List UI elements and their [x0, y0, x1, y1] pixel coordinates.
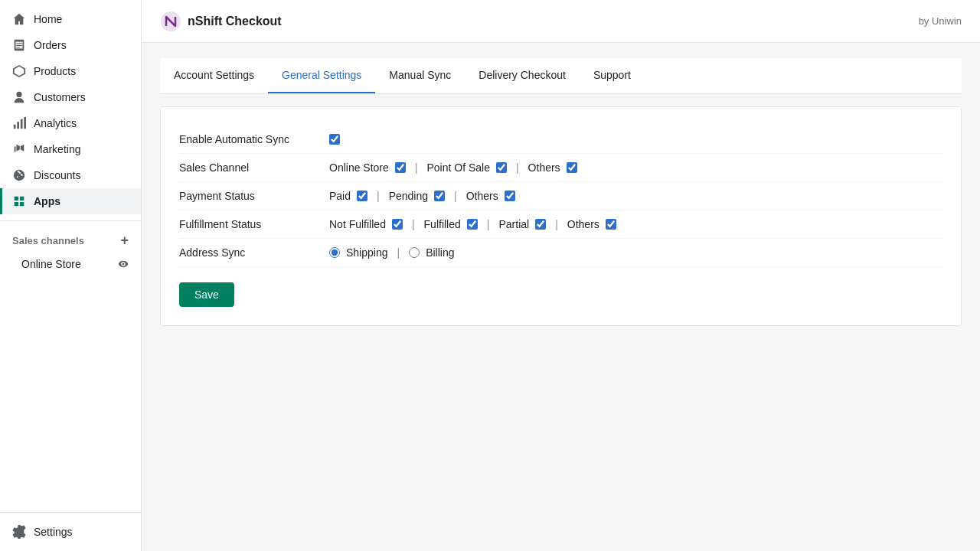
add-sales-channel-button[interactable]: + [120, 233, 129, 247]
others-text-fulfillment: Others [567, 218, 599, 230]
settings-row-fulfillment-status: Fulfillment Status Not Fulfilled | Fulfi… [179, 210, 942, 239]
svg-rect-4 [24, 117, 26, 129]
address-sync-shipping-radio[interactable] [329, 247, 340, 258]
billing-text: Billing [426, 246, 454, 259]
point-of-sale-text: Point Of Sale [426, 161, 490, 174]
fulfillment-others-checkbox[interactable] [606, 219, 616, 230]
svg-rect-1 [14, 125, 16, 129]
enable-automatic-sync-label: Enable Automatic Sync [179, 133, 317, 145]
sidebar-item-analytics[interactable]: Analytics [0, 110, 141, 136]
sidebar-divider [0, 220, 141, 221]
payment-status-pending-checkbox[interactable] [434, 191, 445, 201]
payment-status-value: Paid | Pending | Others [329, 190, 515, 202]
sidebar-item-marketing[interactable]: Marketing [0, 136, 141, 162]
sidebar-bottom: Settings [0, 512, 141, 551]
sidebar-sub-item-online-store[interactable]: Online Store [0, 253, 141, 275]
sidebar-item-orders-label: Orders [34, 39, 67, 51]
sidebar-item-marketing-label: Marketing [34, 143, 80, 155]
topbar: nShift Checkout by Uniwin [142, 0, 980, 43]
svg-rect-2 [17, 122, 19, 129]
apps-icon [12, 194, 26, 208]
tab-delivery-checkout[interactable]: Delivery Checkout [465, 58, 580, 93]
sidebar-item-products-label: Products [34, 65, 76, 77]
tab-general-settings[interactable]: General Settings [268, 58, 375, 93]
nshift-logo-icon [160, 11, 181, 32]
sidebar-item-settings[interactable]: Settings [0, 519, 141, 545]
sidebar-item-discounts-label: Discounts [34, 169, 80, 181]
fulfilled-text: Fulfilled [424, 218, 461, 230]
partial-text: Partial [498, 218, 529, 230]
fulfillment-not-fulfilled-checkbox[interactable] [392, 219, 403, 230]
fulfillment-status-value: Not Fulfilled | Fulfilled | Partial | Ot… [329, 218, 616, 230]
sidebar-item-products[interactable]: Products [0, 58, 141, 84]
settings-row-payment-status: Payment Status Paid | Pending | Others [179, 182, 942, 210]
settings-row-sales-channel: Sales Channel Online Store | Point Of Sa… [179, 154, 942, 182]
main-content: nShift Checkout by Uniwin Account Settin… [142, 0, 980, 551]
address-sync-label: Address Sync [179, 246, 317, 259]
orders-icon [12, 38, 26, 52]
content-area: Account Settings General Settings Manual… [142, 43, 980, 551]
not-fulfilled-text: Not Fulfilled [329, 218, 386, 230]
shipping-text: Shipping [346, 246, 388, 259]
payment-status-label: Payment Status [179, 190, 317, 202]
paid-text: Paid [329, 190, 351, 202]
settings-row-address-sync: Address Sync Shipping | Billing [179, 239, 942, 267]
app-name: nShift Checkout [188, 15, 282, 28]
sidebar-item-home-label: Home [34, 13, 62, 25]
enable-automatic-sync-value [329, 134, 340, 145]
sidebar-item-apps-label: Apps [34, 195, 60, 207]
online-store-text: Online Store [329, 161, 389, 174]
sidebar-item-customers-label: Customers [34, 91, 86, 103]
products-icon [12, 64, 26, 78]
pending-text: Pending [389, 190, 428, 202]
marketing-icon [12, 142, 26, 156]
sidebar-nav: Home Orders Products Customers Analytics [0, 0, 141, 512]
discounts-icon [12, 168, 26, 182]
sidebar-item-discounts[interactable]: Discounts [0, 162, 141, 188]
tab-support[interactable]: Support [580, 58, 645, 93]
payment-status-paid-checkbox[interactable] [357, 191, 368, 201]
app-logo: nShift Checkout [160, 11, 282, 32]
sales-channel-value: Online Store | Point Of Sale | Others [329, 161, 577, 174]
tab-manual-sync[interactable]: Manual Sync [375, 58, 465, 93]
sidebar-item-apps[interactable]: Apps [0, 188, 141, 214]
fulfillment-fulfilled-checkbox[interactable] [467, 219, 478, 230]
address-sync-value: Shipping | Billing [329, 246, 455, 259]
sales-channel-pos-checkbox[interactable] [496, 162, 507, 173]
settings-icon [12, 525, 26, 539]
home-icon [12, 12, 26, 26]
sidebar-item-orders[interactable]: Orders [0, 32, 141, 58]
enable-automatic-sync-checkbox[interactable] [329, 134, 340, 145]
save-button[interactable]: Save [179, 282, 234, 307]
others-text-sales: Others [528, 161, 560, 174]
sales-channel-label: Sales Channel [179, 161, 317, 174]
eye-icon [118, 259, 129, 269]
address-sync-billing-radio[interactable] [409, 247, 420, 258]
sales-channels-label: Sales channels [12, 235, 84, 246]
others-text-payment: Others [466, 190, 498, 202]
tabs-bar: Account Settings General Settings Manual… [160, 58, 962, 94]
sales-channels-header: Sales channels + [0, 227, 141, 253]
customers-icon [12, 90, 26, 104]
tab-account-settings[interactable]: Account Settings [160, 58, 268, 93]
analytics-icon [12, 116, 26, 130]
payment-status-others-checkbox[interactable] [505, 191, 515, 201]
online-store-label: Online Store [21, 258, 81, 270]
sidebar-item-customers[interactable]: Customers [0, 84, 141, 110]
svg-rect-3 [21, 119, 23, 129]
sidebar-item-settings-label: Settings [34, 526, 73, 538]
sidebar: Home Orders Products Customers Analytics [0, 0, 142, 551]
sales-channel-others-checkbox[interactable] [567, 162, 577, 173]
sidebar-item-analytics-label: Analytics [34, 117, 77, 129]
fulfillment-status-label: Fulfillment Status [179, 218, 317, 230]
fulfillment-partial-checkbox[interactable] [535, 219, 546, 230]
topbar-byline: by Uniwin [919, 15, 962, 27]
sidebar-item-home[interactable]: Home [0, 6, 141, 32]
settings-row-enable-automatic-sync: Enable Automatic Sync [179, 126, 942, 154]
settings-card: Enable Automatic Sync Sales Channel Onli… [160, 106, 962, 326]
sales-channel-online-store-checkbox[interactable] [395, 162, 406, 173]
